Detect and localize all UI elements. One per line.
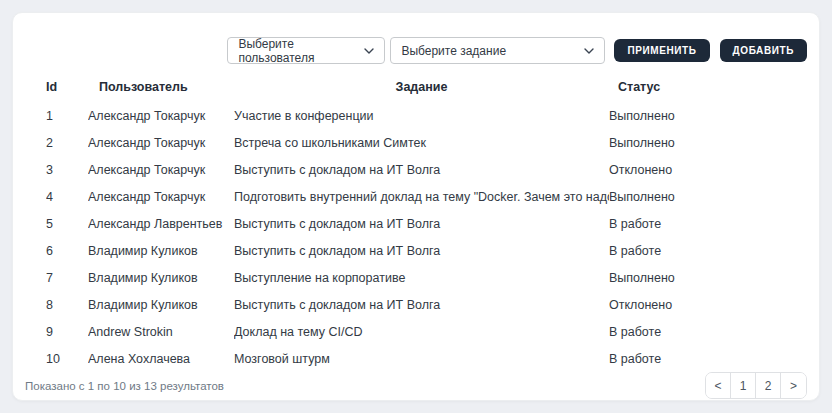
cell-id: 3 [46,156,88,183]
table-row: 2 Александр Токарчук Встреча со школьник… [46,129,795,156]
cell-status: Выполнено [609,183,795,210]
pagination-page-1-button[interactable]: 1 [731,373,756,398]
tasks-table: Id Пользователь Задание Статус 1 Алексан… [46,72,795,372]
cell-user: Александр Лаврентьев [88,210,234,237]
pagination-page-2-button[interactable]: 2 [756,373,781,398]
column-header-id: Id [46,72,88,102]
cell-task: Выступить с докладом на ИТ Волга [234,237,609,264]
table-row: 9 Andrew Strokin Доклад на тему CI/CD В … [46,318,795,345]
content-card: Выберите пользователя Выберите задание П… [12,12,820,401]
cell-status: Выполнено [609,129,795,156]
cell-task: Участие в конференции [234,102,609,129]
pagination: < 1 2 > [705,372,807,399]
cell-user: Александр Токарчук [88,102,234,129]
table-footer: Показано с 1 по 10 из 13 результатов < 1… [25,372,807,401]
task-filter-select[interactable]: Выберите задание [390,37,605,64]
cell-status: Отклонено [609,291,795,318]
cell-user: Andrew Strokin [88,318,234,345]
cell-user: Владимир Куликов [88,237,234,264]
cell-status: В работе [609,345,795,372]
table-header-row: Id Пользователь Задание Статус [46,72,795,102]
table-row: 1 Александр Токарчук Участие в конференц… [46,102,795,129]
cell-user: Алена Хохлачева [88,345,234,372]
task-filter-value: Выберите задание [401,44,506,58]
pagination-next-button[interactable]: > [781,373,806,398]
cell-status: В работе [609,318,795,345]
cell-id: 5 [46,210,88,237]
column-header-user: Пользователь [88,72,234,102]
cell-user: Владимир Куликов [88,264,234,291]
cell-task: Выступить с докладом на ИТ Волга [234,291,609,318]
cell-status: В работе [609,210,795,237]
results-summary: Показано с 1 по 10 из 13 результатов [25,380,224,392]
table-row: 7 Владимир Куликов Выступление на корпор… [46,264,795,291]
table-body: 1 Александр Токарчук Участие в конференц… [46,102,795,372]
filter-toolbar: Выберите пользователя Выберите задание П… [25,37,807,64]
cell-task: Выступить с докладом на ИТ Волга [234,156,609,183]
user-filter-value: Выберите пользователя [238,37,356,65]
cell-task: Выступить с докладом на ИТ Волга [234,210,609,237]
cell-id: 1 [46,102,88,129]
cell-task: Мозговой штурм [234,345,609,372]
cell-user: Александр Токарчук [88,183,234,210]
cell-status: Отклонено [609,156,795,183]
cell-task: Встреча со школьниками Симтек [234,129,609,156]
cell-id: 7 [46,264,88,291]
cell-user: Александр Токарчук [88,156,234,183]
cell-id: 10 [46,345,88,372]
column-header-status: Статус [609,72,795,102]
cell-id: 8 [46,291,88,318]
cell-status: Выполнено [609,264,795,291]
cell-task: Доклад на тему CI/CD [234,318,609,345]
cell-id: 4 [46,183,88,210]
cell-user: Владимир Куликов [88,291,234,318]
table-row: 10 Алена Хохлачева Мозговой штурм В рабо… [46,345,795,372]
cell-id: 9 [46,318,88,345]
cell-user: Александр Токарчук [88,129,234,156]
cell-id: 2 [46,129,88,156]
user-filter-select[interactable]: Выберите пользователя [227,37,385,64]
column-header-task: Задание [234,72,609,102]
apply-button[interactable]: ПРИМЕНИТЬ [614,39,709,62]
cell-task: Подготовить внутренний доклад на тему "D… [234,183,609,210]
table-row: 8 Владимир Куликов Выступить с докладом … [46,291,795,318]
cell-task: Выступление на корпоративе [234,264,609,291]
table-row: 6 Владимир Куликов Выступить с докладом … [46,237,795,264]
cell-status: В работе [609,237,795,264]
chevron-down-icon [584,48,594,54]
table-row: 5 Александр Лаврентьев Выступить с докла… [46,210,795,237]
chevron-down-icon [364,48,374,54]
cell-id: 6 [46,237,88,264]
table-row: 4 Александр Токарчук Подготовить внутрен… [46,183,795,210]
table-row: 3 Александр Токарчук Выступить с докладо… [46,156,795,183]
add-button[interactable]: ДОБАВИТЬ [720,39,807,62]
cell-status: Выполнено [609,102,795,129]
pagination-prev-button[interactable]: < [706,373,731,398]
